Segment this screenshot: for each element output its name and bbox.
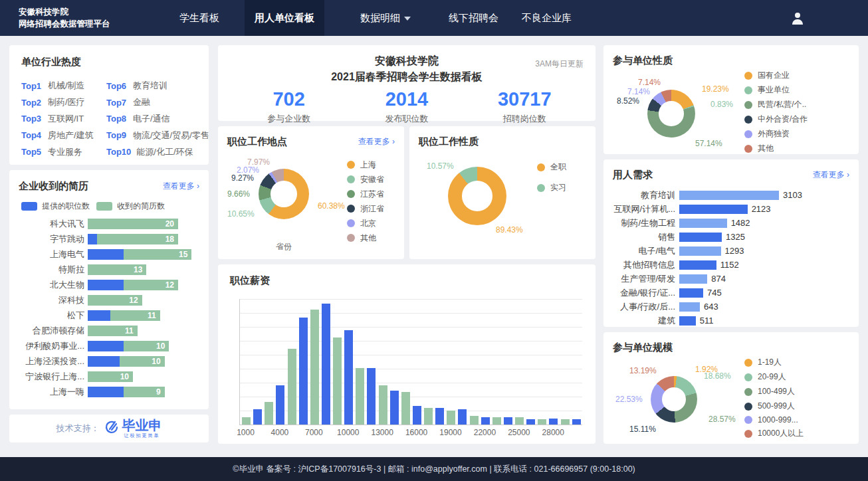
chevron-down-icon — [404, 17, 411, 21]
salary-bar — [288, 349, 296, 425]
stacked-bar: 11 — [88, 326, 138, 336]
demand-label: 电子/电气 — [613, 245, 679, 257]
company-label: 深科技 — [19, 294, 88, 306]
donut-pct-label: 28.57% — [708, 415, 736, 424]
legend-label: 实习 — [550, 182, 566, 193]
donut-pct-label: 0.83% — [710, 100, 733, 109]
resumes-legend-item[interactable]: 收到的简历数 — [96, 201, 165, 212]
industry-rank-label: Top8 — [106, 114, 128, 124]
demand-bar-row: 制药/生物工程1482 — [613, 216, 849, 230]
stat-companies: 702参与企业数 — [230, 88, 348, 125]
legend-item[interactable]: 上海 — [347, 159, 395, 171]
brand-title: 安徽科技学院 网络招聘会数据管理平台 — [19, 6, 110, 30]
demand-label: 人事/行政/后... — [613, 301, 679, 313]
demand-label: 金融/银行/证... — [613, 287, 679, 299]
salary-bar — [424, 408, 433, 425]
resumes-bar-segment: 13 — [88, 264, 146, 275]
nav-tab-data-detail[interactable]: 数据明细 — [360, 0, 411, 36]
donut-hole — [659, 101, 683, 126]
salary-bar — [356, 368, 364, 425]
industry-rank-item: Top3互联网/IT — [21, 111, 106, 128]
legend-item[interactable]: 其他 — [744, 143, 849, 154]
stacked-bar: 11 — [88, 310, 160, 321]
stacked-bar: 20 — [88, 219, 178, 229]
industry-rank-label: Top5 — [21, 147, 43, 157]
salary-bar — [322, 304, 330, 425]
job-type-title: 职位工作性质 — [419, 136, 479, 148]
demand-label: 建筑 — [613, 315, 679, 327]
legend-dot — [537, 184, 545, 192]
donut-pct-label: 22.53% — [615, 395, 643, 404]
resumes-bar-segment: 11 — [88, 326, 138, 336]
demand-bar-row: 建筑511 — [613, 314, 849, 328]
demand-bar — [679, 260, 716, 270]
header-stats-card: 安徽科技学院 2021届春季招聘会学生数据看板 3AM每日更新 702参与企业数… — [218, 45, 596, 121]
brand-line1: 安徽科技学院 — [19, 6, 110, 18]
legend-item[interactable]: 1-19人 — [744, 357, 849, 368]
legend-item[interactable]: 国有企业 — [744, 70, 849, 81]
legend-item[interactable]: 20-99人 — [744, 371, 849, 383]
industry-name-label: 物流/交通/贸易/零售 — [133, 130, 209, 142]
nav-tab-employer-board[interactable]: 用人单位看板 — [245, 0, 324, 36]
resumes-bar-segment: 15 — [124, 249, 191, 260]
resumes-bar-list: 科大讯飞20字节跳动18上海电气15特斯拉13北大生物12深科技12松下11合肥… — [19, 219, 199, 397]
legend-item[interactable]: 中外合资/合作 — [744, 114, 849, 125]
demand-value: 874 — [711, 274, 726, 284]
legend-item[interactable]: 民营/私营/个.. — [744, 99, 849, 110]
legend-swatch — [21, 202, 37, 211]
legend-item[interactable]: 100-499人 — [744, 386, 849, 397]
legend-item[interactable]: 实习 — [537, 182, 586, 193]
legend-dot — [744, 145, 752, 153]
salary-bar — [299, 318, 308, 425]
demand-bar — [679, 219, 727, 228]
industry-rank-item: Top7金融 — [106, 94, 209, 111]
donut-hole — [271, 181, 297, 207]
legend-item[interactable]: 其他 — [347, 233, 395, 244]
legend-item[interactable]: 外商独资 — [744, 128, 849, 140]
donut-pct-label: 7.97% — [247, 157, 270, 167]
nav-tab-student-board[interactable]: 学生看板 — [179, 0, 219, 36]
legend-dot — [347, 175, 355, 183]
demand-label: 教育培训 — [613, 189, 679, 201]
legend-item[interactable]: 安徽省 — [347, 174, 395, 185]
legend-item[interactable]: 江苏省 — [347, 189, 395, 200]
legend-label: 民营/私营/个.. — [758, 99, 806, 110]
resumes-bar-segment: 12 — [124, 280, 178, 290]
resume-bar-row: 字节跳动18 — [19, 234, 199, 244]
company-label: 北大生物 — [19, 279, 88, 291]
resume-bar-row: 上海电气15 — [19, 249, 199, 260]
unit-nature-card: 参与单位性质 19.23%0.83%57.14%8.52%7.14%7.14% … — [603, 45, 859, 154]
resumes-legend-item[interactable]: 提供的职位数 — [21, 201, 90, 212]
legend-item[interactable]: 全职 — [537, 161, 586, 173]
salary-bar — [253, 409, 262, 425]
legend-dot — [347, 219, 355, 227]
legend-item[interactable]: 10000人以上 — [744, 428, 849, 439]
dashboard-page: 安徽科技学院 网络招聘会数据管理平台 学生看板 用人单位看板 数据明细 线下招聘… — [0, 0, 868, 481]
demand-more-link[interactable]: 查看更多 › — [813, 169, 849, 181]
industry-rank-item: Top6教育培训 — [106, 78, 209, 94]
legend-dot — [744, 86, 752, 94]
company-label: 宁波银行上海... — [19, 371, 88, 383]
demand-value: 1152 — [720, 260, 739, 270]
resumes-bar-segment: 12 — [88, 295, 142, 306]
legend-item[interactable]: 1000-999... — [744, 415, 849, 425]
user-avatar-icon[interactable] — [790, 10, 806, 26]
resume-bar-row: 上海泾溪投资...10 — [19, 356, 199, 367]
nav-tab-bad-company[interactable]: 不良企业库 — [522, 0, 572, 36]
job-location-more-link[interactable]: 查看更多 › — [358, 136, 395, 147]
legend-item[interactable]: 500-999人 — [744, 401, 849, 412]
unit-nature-legend: 国有企业事业单位民营/私营/个..中外合资/合作外商独资其他 — [744, 70, 849, 154]
nav-tab-offline-fair[interactable]: 线下招聘会 — [449, 0, 498, 36]
legend-item[interactable]: 浙江省 — [347, 203, 395, 215]
legend-item[interactable]: 北京 — [347, 218, 395, 229]
legend-item[interactable]: 事业单位 — [744, 84, 849, 96]
legend-dot — [744, 116, 752, 124]
industry-name-label: 能源/化工/环保 — [136, 146, 193, 158]
resumes-more-link[interactable]: 查看更多 › — [163, 181, 199, 192]
stats-row: 702参与企业数 2014发布职位数 30717招聘岗位数 — [230, 88, 584, 125]
dashboard-title: 安徽科技学院 2021届春季招聘会学生数据看板 — [230, 53, 584, 85]
demand-label: 生产管理/研发 — [613, 273, 679, 285]
resumes-bar-segment: 10 — [120, 356, 165, 367]
demand-value: 1293 — [725, 246, 744, 256]
legend-dot — [744, 359, 752, 367]
